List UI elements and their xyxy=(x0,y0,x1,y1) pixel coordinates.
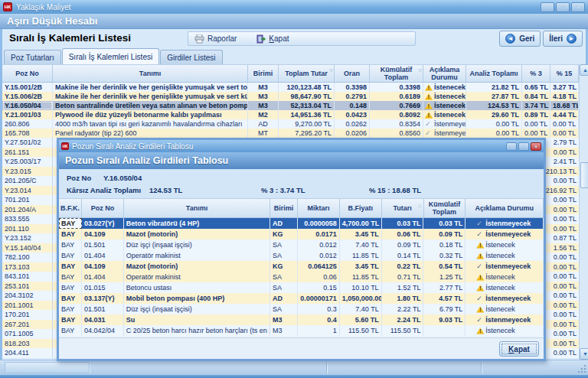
bfiyat-cell: 5.60 TL xyxy=(340,314,382,325)
tab-girdiler-listesi[interactable]: Girdiler Listesi xyxy=(160,50,222,64)
miktar-cell: 0.00000171 xyxy=(298,293,340,304)
tanim-cell: Operatör makinist xyxy=(124,250,270,261)
dialog-column-header[interactable]: B.Fiyatı xyxy=(340,199,382,217)
durum-cell: ✓İstenmeyecek xyxy=(423,119,466,129)
maximize-icon[interactable] xyxy=(556,2,570,12)
table-row[interactable]: 165.708Panel radyatör (tip 22) 600MT7,29… xyxy=(2,129,579,138)
dialog-table-row[interactable]: BAY04.042/04C 20/25 beton harcı hazır be… xyxy=(59,325,544,336)
close-icon[interactable] xyxy=(571,2,585,12)
tanim-cell: Beton santralinde üretilen veya satın al… xyxy=(53,101,248,110)
column-header[interactable]: Toplam Tutar▽ xyxy=(279,65,335,82)
column-header[interactable]: Poz No xyxy=(2,65,53,82)
ileri-button[interactable]: İleri ► xyxy=(543,31,583,47)
p3-cell: 0.00 TL xyxy=(522,119,550,129)
scroll-down-icon[interactable] xyxy=(580,348,588,360)
dialog-table-row[interactable]: BAY01.501Düz işçi (inşaat işçisi)SA0.012… xyxy=(59,240,544,250)
bfk-cell: BAY xyxy=(59,218,82,229)
poz-no-cell: 204.3102 xyxy=(2,291,53,301)
column-header[interactable]: Kümülatif Toplam▽ xyxy=(370,65,423,82)
p15-cell: 4.44 TL xyxy=(550,110,579,119)
dialog-column-header[interactable]: Tutarı△ xyxy=(382,199,424,217)
tab-sıralı-i̇ş-kalemleri-listesi[interactable]: Sıralı İş Kalemleri Listesi xyxy=(62,48,159,64)
dialog-column-header[interactable]: Miktarı xyxy=(298,199,340,217)
geri-button[interactable]: ◄ Geri xyxy=(499,31,541,47)
column-header[interactable]: % 3 xyxy=(522,65,550,82)
check-icon: ✓ xyxy=(425,120,433,128)
dialog-table-row[interactable]: BAY03.137(Y)Mobil beton pompası (400 HP)… xyxy=(59,293,544,304)
table-row[interactable]: 260.8064000 m3/h tavan tipi ısı geri kaz… xyxy=(2,119,579,129)
filter-icon[interactable]: ▽ xyxy=(329,67,333,74)
sort-icon[interactable]: △ xyxy=(418,201,422,209)
scroll-up-icon[interactable] xyxy=(580,64,588,76)
oran-cell: 0.0206 xyxy=(335,129,370,138)
bfiyat-cell: 11.85 TL xyxy=(340,272,382,282)
dialog-table-row[interactable]: BAY01.404Operatör makinistSA0.0611.85 TL… xyxy=(59,272,544,282)
kumulatif-cell: 0.54 TL xyxy=(423,261,466,272)
poz-no-cell: 782.100 xyxy=(2,253,53,262)
dialog-table-row[interactable]: BAY04.109Mazot (motorin)KG0.01713.45 TL0… xyxy=(59,229,544,240)
kumulatif-cell: 0.3398 xyxy=(370,83,423,92)
column-header[interactable]: Oran xyxy=(335,65,370,82)
dialog-column-header[interactable]: Tanımı xyxy=(124,199,270,217)
miktar-cell: 0.012 xyxy=(298,250,340,261)
tanim-cell: Betoncu ustası xyxy=(124,282,270,293)
dialog-close-icon[interactable] xyxy=(531,142,541,151)
dialog-table-row[interactable]: BAY04.109Mazot (motorin)KG0.0641253.45 T… xyxy=(59,261,544,272)
tutar-cell: 1.52 TL xyxy=(382,282,424,293)
check-icon: ✓ xyxy=(476,316,484,324)
dialog-table-row[interactable]: BAY01.501Düz işçi (inşaat işçisi)SA0.37.… xyxy=(59,304,544,314)
resize-grip[interactable] xyxy=(577,364,586,373)
p15-cell: 0.00 TL xyxy=(554,253,577,262)
analiz-cell: 124.53 TL xyxy=(466,101,522,110)
dialog-table-row[interactable]: BAY03.027(Y)Beton vibratörü (4 HP)AD0.00… xyxy=(59,218,544,229)
poz-no-cell: 201.110 xyxy=(2,224,53,234)
p3-cell: 0.89 TL xyxy=(522,110,550,119)
poz-no-cell: 201.205/C xyxy=(2,176,53,186)
dialog-table-row[interactable]: BAY01.404Operatör makinistSA0.01211.85 T… xyxy=(59,250,544,261)
tab-poz-tutarları[interactable]: Poz Tutarları xyxy=(4,50,61,64)
dialog-column-header[interactable]: Açıklama Durumu xyxy=(466,199,544,217)
app-header-label: Aşırı Düşük Hesabı xyxy=(0,15,98,27)
dialog-minimize-icon[interactable] xyxy=(506,142,517,151)
dialog-table-row[interactable]: BAY01.015Betoncu ustasıSA0.1510.10 TL1.5… xyxy=(59,282,544,293)
vertical-scrollbar[interactable] xyxy=(579,64,588,360)
table-row[interactable]: Y.15.001/2BMakine ile her derinlik ve he… xyxy=(2,83,579,92)
tanim-cell: Makine ile her derinlik ve her genişlikt… xyxy=(53,83,248,92)
durum-cell: İstenecek xyxy=(466,304,544,314)
analiz-cell: 21.82 TL xyxy=(466,83,522,92)
column-header[interactable]: Analiz Toplamı xyxy=(466,65,522,82)
printer-icon xyxy=(194,34,204,44)
p15-cell: 0.00 TL xyxy=(554,310,577,320)
table-row[interactable]: Y.21.001/03Plywood ile düz yüzeyli beton… xyxy=(2,110,579,119)
durum-cell: İstenecek xyxy=(423,92,466,101)
filter-icon[interactable]: ▽ xyxy=(418,67,422,74)
table-row[interactable]: Y.16.050/04Beton santralinde üretilen ve… xyxy=(2,101,579,110)
column-header[interactable]: Tanımı xyxy=(53,65,248,82)
dialog-table-row[interactable]: BAY04.031SuM30.45.60 TL2.24 TL9.03 TL✓İs… xyxy=(59,314,544,325)
p15-cell: 0.00 TL xyxy=(554,148,577,158)
bfk-cell: BAY xyxy=(59,229,82,240)
column-header[interactable]: Birimi xyxy=(248,65,279,82)
dialog-column-header[interactable]: Poz No xyxy=(82,199,124,217)
p15-cell: 0.00 TL xyxy=(554,272,577,282)
column-header[interactable]: % 15 xyxy=(550,65,579,82)
tanim-cell: Mazot (motorin) xyxy=(124,261,270,272)
column-header[interactable]: Açıklama Durumu xyxy=(423,65,466,82)
table-row[interactable]: Y.15.006/2BMakine ile her derinlik ve he… xyxy=(2,92,579,101)
miktar-cell: 1 xyxy=(298,325,340,336)
bfiyat-cell: 10.10 TL xyxy=(340,282,382,293)
p3-value: % 3 : 3.74 TL xyxy=(261,186,305,194)
ileri-label: İleri xyxy=(549,34,563,43)
poz-no-cell: Y.25.003/17 xyxy=(2,157,53,167)
dialog-app-icon: HK xyxy=(61,142,69,150)
dialog-maximize-icon[interactable] xyxy=(518,142,529,151)
dialog-column-header[interactable]: Birimi xyxy=(270,199,298,217)
kapat-toolbar-button[interactable]: Kapat xyxy=(256,34,289,44)
dialog-column-header[interactable]: B.F.K. xyxy=(59,199,82,217)
raporlar-button[interactable]: Raporlar xyxy=(194,34,237,44)
scrollbar-thumb[interactable] xyxy=(580,162,588,188)
dialog-column-header[interactable]: Kümülatif Toplam xyxy=(424,199,466,217)
dialog-kapat-button[interactable]: Kapat xyxy=(499,341,539,357)
analysis-dialog: HK Pozun Sıralı Analiz Girdileri Tablosu… xyxy=(57,138,546,361)
minimize-icon[interactable] xyxy=(541,2,554,12)
